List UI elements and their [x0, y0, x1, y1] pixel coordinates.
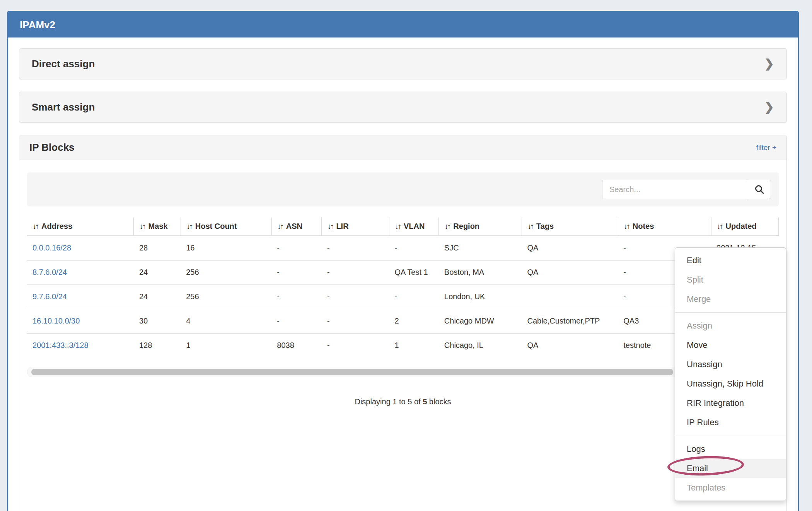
host_count-cell: 16	[181, 236, 271, 260]
column-label: Address	[41, 222, 72, 230]
region-cell: Chicago MDW	[439, 309, 522, 333]
menu-item-unassign[interactable]: Unassign	[675, 355, 786, 374]
table-row: 8.7.6.0/2424256--QA Test 1Boston, MAQA-	[27, 260, 779, 284]
tags-cell: QA	[522, 260, 618, 284]
search-icon	[754, 184, 764, 194]
address-cell: 0.0.0.16/28	[27, 236, 134, 260]
menu-divider	[675, 436, 786, 436]
sort-icon: ↓↑	[395, 222, 400, 230]
tags-cell: QA	[522, 236, 618, 260]
menu-item-logs[interactable]: Logs	[675, 439, 786, 459]
chevron-right-icon: ❯	[764, 101, 774, 113]
column-label: Notes	[633, 222, 654, 230]
scrollbar-thumb[interactable]	[31, 369, 673, 375]
filter-link[interactable]: filter +	[756, 143, 776, 152]
lir-cell: -	[322, 333, 389, 358]
menu-divider	[675, 312, 786, 313]
chevron-right-icon: ❯	[764, 58, 774, 70]
column-header-tags[interactable]: ↓↑Tags	[522, 217, 618, 236]
sort-icon: ↓↑	[717, 222, 722, 230]
table-body: 0.0.0.16/282816---SJCQA-2021-12-158.7.6.…	[27, 236, 779, 358]
table-row: 9.7.6.0/2424256---London, UK-	[27, 284, 779, 309]
vlan-cell: -	[389, 284, 438, 309]
host_count-cell: 1	[181, 333, 271, 358]
menu-item-edit[interactable]: Edit	[675, 251, 786, 270]
column-label: Host Count	[195, 222, 237, 230]
horizontal-scrollbar[interactable]	[27, 367, 779, 377]
asn-cell: -	[271, 260, 322, 284]
asn-cell: -	[271, 236, 322, 260]
ip-address-link[interactable]: 8.7.6.0/24	[32, 268, 67, 276]
mask-cell: 28	[134, 236, 181, 260]
lir-cell: -	[322, 236, 389, 260]
summary-count: 5	[423, 397, 427, 406]
menu-item-unassign-skip-hold[interactable]: Unassign, Skip Hold	[675, 374, 786, 393]
menu-item-move[interactable]: Move	[675, 336, 786, 355]
sort-icon: ↓↑	[32, 222, 38, 230]
ip-address-link[interactable]: 16.10.10.0/30	[32, 317, 80, 325]
menu-item-email[interactable]: Email	[675, 459, 786, 478]
menu-item-templates: Templates	[675, 478, 786, 497]
address-cell: 9.7.6.0/24	[27, 284, 134, 309]
column-header-address[interactable]: ↓↑Address	[27, 217, 134, 236]
vlan-cell: 1	[389, 333, 438, 358]
ip-address-link[interactable]: 2001:433::3/128	[32, 341, 89, 349]
address-cell: 8.7.6.0/24	[27, 260, 134, 284]
table-header-row: ↓↑Address↓↑Mask↓↑Host Count↓↑ASN↓↑LIR↓↑V…	[27, 217, 779, 236]
search-group	[602, 180, 771, 199]
search-button[interactable]	[748, 180, 771, 199]
tags-cell: QA	[522, 333, 618, 358]
column-label: Updated	[726, 222, 757, 230]
ip-address-link[interactable]: 0.0.0.16/28	[32, 244, 71, 252]
column-label: VLAN	[404, 222, 425, 230]
asn-cell: -	[271, 309, 322, 333]
host_count-cell: 256	[181, 260, 271, 284]
summary-prefix: Displaying 1 to 5 of	[355, 397, 423, 406]
lir-cell: -	[322, 309, 389, 333]
host_count-cell: 4	[181, 309, 271, 333]
summary-suffix: blocks	[427, 397, 451, 406]
table-row: 2001:433::3/12812818038-1Chicago, ILQAte…	[27, 333, 779, 358]
column-header-lir[interactable]: ↓↑LIR	[322, 217, 389, 236]
address-cell: 16.10.10.0/30	[27, 309, 134, 333]
address-cell: 2001:433::3/128	[27, 333, 134, 358]
direct-assign-title: Direct assign	[32, 58, 95, 70]
mask-cell: 24	[134, 260, 181, 284]
direct-assign-panel[interactable]: Direct assign ❯	[19, 48, 787, 79]
smart-assign-panel[interactable]: Smart assign ❯	[19, 92, 787, 123]
menu-item-assign: Assign	[675, 316, 786, 336]
tags-cell	[522, 284, 618, 309]
column-header-vlan[interactable]: ↓↑VLAN	[389, 217, 438, 236]
column-header-asn[interactable]: ↓↑ASN	[271, 217, 322, 236]
menu-item-ip-rules[interactable]: IP Rules	[675, 413, 786, 432]
search-toolbar	[27, 172, 779, 206]
column-header-updated[interactable]: ↓↑Updated	[711, 217, 778, 236]
column-label: Tags	[536, 222, 554, 230]
sort-icon: ↓↑	[186, 222, 192, 230]
app-header: IPAMv2	[8, 12, 798, 37]
sort-icon: ↓↑	[327, 222, 333, 230]
table-row: 16.10.10.0/30304--2Chicago MDWCable,Cust…	[27, 309, 779, 333]
region-cell: London, UK	[439, 284, 522, 309]
sort-icon: ↓↑	[444, 222, 450, 230]
column-header-notes[interactable]: ↓↑Notes	[618, 217, 711, 236]
asn-cell: -	[271, 284, 322, 309]
sort-icon: ↓↑	[139, 222, 145, 230]
sort-icon: ↓↑	[624, 222, 629, 230]
column-header-region[interactable]: ↓↑Region	[439, 217, 522, 236]
ip-blocks-panel: IP Blocks filter +	[19, 135, 787, 511]
menu-item-split: Split	[675, 270, 786, 290]
sort-icon: ↓↑	[527, 222, 533, 230]
column-header-mask[interactable]: ↓↑Mask	[134, 217, 181, 236]
table-summary: Displaying 1 to 5 of 5 blocks	[27, 397, 779, 406]
table-row: 0.0.0.16/282816---SJCQA-2021-12-15	[27, 236, 779, 260]
menu-item-rir-integration[interactable]: RIR Integration	[675, 393, 786, 413]
ip-address-link[interactable]: 9.7.6.0/24	[32, 292, 67, 301]
sort-icon: ↓↑	[277, 222, 283, 230]
search-input[interactable]	[602, 180, 748, 199]
vlan-cell: QA Test 1	[389, 260, 438, 284]
column-header-host_count[interactable]: ↓↑Host Count	[181, 217, 271, 236]
region-cell: SJC	[439, 236, 522, 260]
column-label: ASN	[286, 222, 302, 230]
column-label: Mask	[148, 222, 167, 230]
